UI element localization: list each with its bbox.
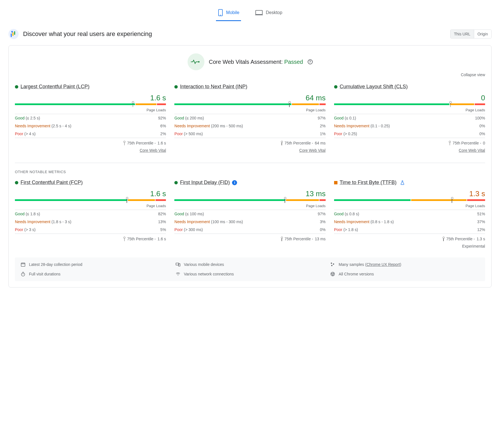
marker-icon <box>281 237 283 241</box>
svg-point-12 <box>331 263 332 264</box>
collapse-row: Collapse view <box>15 73 485 77</box>
status-dot-good-icon <box>334 85 337 89</box>
page-loads-label: Page Loads <box>174 108 325 114</box>
metric-inp-bar <box>174 103 325 105</box>
footer-chrome: All Chrome versions <box>330 271 479 277</box>
inp-good-row: Good (≤ 200 ms)97% <box>174 114 325 122</box>
collapse-view-link[interactable]: Collapse view <box>461 73 485 77</box>
samples-icon <box>330 262 335 267</box>
inp-needs-row: Needs Improvement (200 ms - 500 ms)2% <box>174 122 325 130</box>
metric-cls-bar <box>334 103 485 105</box>
device-tabs: Mobile Desktop <box>8 6 492 21</box>
tab-mobile[interactable]: Mobile <box>216 6 241 21</box>
core-metrics-grid: Largest Contentful Paint (LCP) 1.6 s Pag… <box>15 84 485 153</box>
devices-icon <box>175 262 181 267</box>
ttfb-percentile: 75th Percentile - 1.3 s <box>334 234 485 241</box>
metric-fid-name[interactable]: First Input Delay (FID) <box>180 180 230 185</box>
tab-desktop[interactable]: Desktop <box>253 6 284 21</box>
marker-icon <box>449 141 451 145</box>
metric-ttfb-value: 1.3 s <box>334 189 485 198</box>
metric-fcp-name[interactable]: First Contentful Paint (FCP) <box>21 180 83 185</box>
metric-cls: Cumulative Layout Shift (CLS) 0 Page Loa… <box>334 84 485 153</box>
metric-fid-value: 13 ms <box>174 189 325 198</box>
other-metrics-label: OTHER NOTABLE METRICS <box>15 163 485 174</box>
metric-lcp-value: 1.6 s <box>15 94 166 102</box>
metric-fcp-bar <box>15 199 166 201</box>
footer-info: Latest 28-day collection period Various … <box>15 257 485 281</box>
footer-period: Latest 28-day collection period <box>21 262 170 267</box>
ttfb-poor-row: Poor (> 1.8 s)12% <box>334 226 485 234</box>
metric-lcp: Largest Contentful Paint (LCP) 1.6 s Pag… <box>15 84 166 153</box>
footer-samples: Many samples (Chrome UX Report) <box>330 262 479 267</box>
status-dot-good-icon <box>15 181 18 184</box>
metric-fid: First Input Delay (FID) i 13 ms Page Loa… <box>174 180 325 248</box>
assessment-status: Passed <box>284 59 303 65</box>
flask-icon[interactable] <box>400 180 405 185</box>
inp-percentile: 75th Percentile - 64 ms <box>174 138 325 145</box>
header-left: Discover what your real users are experi… <box>8 29 152 39</box>
status-dot-good-icon <box>174 181 178 184</box>
ttfb-needs-row: Needs Improvement (0.8 s - 1.8 s)37% <box>334 218 485 226</box>
chrome-icon <box>330 271 335 277</box>
cls-percentile: 75th Percentile - 0 <box>334 138 485 145</box>
wifi-icon <box>175 271 181 277</box>
vitals-panel: Core Web Vitals Assessment: Passed ? Col… <box>8 45 492 288</box>
toggle-this-url[interactable]: This URL <box>451 30 474 38</box>
cls-good-row: Good (≤ 0.1)100% <box>334 114 485 122</box>
fid-percentile: 75th Percentile - 13 ms <box>174 234 325 241</box>
status-dot-good-icon <box>174 85 178 89</box>
fcp-needs-row: Needs Improvement (1.8 s - 3 s)13% <box>15 218 166 226</box>
page-loads-label: Page Loads <box>15 204 166 210</box>
tab-desktop-label: Desktop <box>266 10 282 15</box>
marker-icon <box>123 237 125 241</box>
marker-icon <box>450 197 454 203</box>
status-square-warn-icon <box>334 181 337 184</box>
lcp-percentile: 75th Percentile - 1.6 s <box>15 138 166 145</box>
stopwatch-icon <box>21 271 26 277</box>
metric-lcp-name[interactable]: Largest Contentful Paint (LCP) <box>21 84 89 90</box>
metric-lcp-bar <box>15 103 166 105</box>
metric-cls-value: 0 <box>334 94 485 102</box>
inp-poor-row: Poor (> 500 ms)1% <box>174 130 325 138</box>
metric-inp-value: 64 ms <box>174 94 325 102</box>
assessment-row: Core Web Vitals Assessment: Passed ? <box>15 53 485 70</box>
toggle-origin[interactable]: Origin <box>474 30 491 38</box>
metric-ttfb: Time to First Byte (TTFB) 1.3 s Page Loa… <box>334 180 485 248</box>
desktop-icon <box>255 10 263 15</box>
assessment-label: Core Web Vitals Assessment: <box>209 59 283 65</box>
metric-inp-name[interactable]: Interaction to Next Paint (INP) <box>180 84 247 90</box>
cls-poor-row: Poor (> 0.25)0% <box>334 130 485 138</box>
info-icon[interactable]: i <box>232 180 237 185</box>
help-icon[interactable]: ? <box>308 59 313 64</box>
tab-mobile-label: Mobile <box>226 10 239 15</box>
fid-needs-row: Needs Improvement (100 ms - 300 ms)3% <box>174 218 325 226</box>
metric-inp: Interaction to Next Paint (INP) 64 ms Pa… <box>174 84 325 153</box>
calendar-icon <box>21 262 26 267</box>
svg-point-4 <box>198 61 199 63</box>
page-loads-label: Page Loads <box>15 108 166 114</box>
metric-fcp: First Contentful Paint (FCP) 1.6 s Page … <box>15 180 166 248</box>
cwv-link[interactable]: Core Web Vital <box>140 148 166 153</box>
crux-report-link[interactable]: Chrome UX Report <box>366 262 400 267</box>
svg-point-14 <box>331 265 333 266</box>
marker-icon <box>288 101 291 107</box>
metric-ttfb-name[interactable]: Time to First Byte (TTFB) <box>340 180 397 185</box>
footer-durations: Full visit durations <box>21 271 170 277</box>
ttfb-good-row: Good (≤ 0.8 s)51% <box>334 210 485 218</box>
metric-fcp-value: 1.6 s <box>15 189 166 198</box>
page-loads-label: Page Loads <box>174 204 325 210</box>
metric-cls-name[interactable]: Cumulative Layout Shift (CLS) <box>340 84 408 90</box>
metric-ttfb-bar <box>334 199 485 201</box>
cls-needs-row: Needs Improvement (0.1 - 0.25)0% <box>334 122 485 130</box>
lcp-good-row: Good (≤ 2.5 s)92% <box>15 114 166 122</box>
page-loads-label: Page Loads <box>334 108 485 114</box>
cwv-link[interactable]: Core Web Vital <box>459 148 485 153</box>
page-loads-label: Page Loads <box>334 204 485 210</box>
cwv-link[interactable]: Core Web Vital <box>299 148 326 153</box>
header: Discover what your real users are experi… <box>8 29 492 39</box>
marker-icon <box>281 141 283 145</box>
svg-rect-6 <box>21 263 25 266</box>
page-title: Discover what your real users are experi… <box>23 30 152 38</box>
fcp-percentile: 75th Percentile - 1.6 s <box>15 234 166 241</box>
svg-point-18 <box>178 275 178 275</box>
